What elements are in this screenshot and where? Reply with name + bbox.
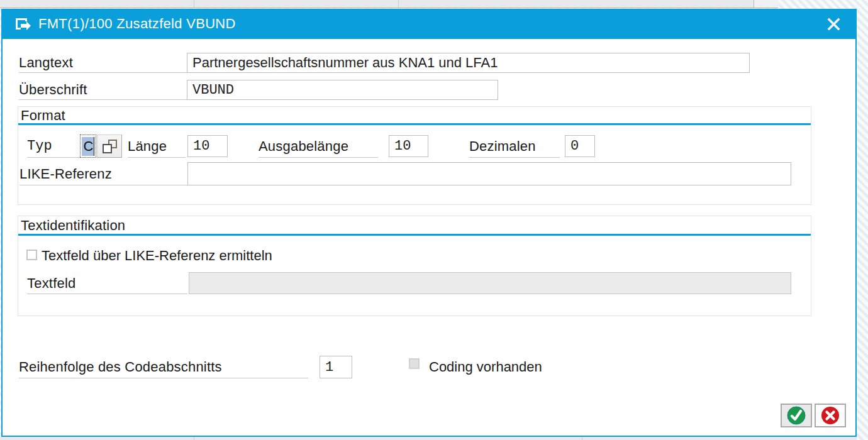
dialog-window-icon — [14, 16, 31, 31]
reihenfolge-label: Reihenfolge des Codeabschnitts — [19, 356, 308, 378]
like-referenz-label: LIKE-Referenz — [19, 162, 187, 185]
coding-vorhanden-checkbox — [409, 358, 420, 369]
dezimalen-input[interactable] — [565, 135, 595, 157]
green-check-icon — [787, 406, 806, 425]
dialog-title: FMT(1)/100 Zusatzfeld VBUND — [38, 16, 236, 32]
zusatzfeld-dialog: FMT(1)/100 Zusatzfeld VBUND Langtext Übe… — [1, 9, 857, 437]
langtext-label: Langtext — [19, 53, 187, 73]
red-cross-icon — [821, 406, 840, 425]
textfeld-like-checkbox-label: Textfeld über LIKE-Referenz ermitteln — [42, 248, 272, 264]
dialog-content: Langtext Überschrift Format Typ C Länge … — [3, 39, 855, 436]
divider — [194, 0, 194, 8]
close-button[interactable] — [824, 14, 843, 33]
coding-vorhanden-checkbox-label: Coding vorhanden — [429, 356, 542, 378]
format-groupbox: Format Typ C Länge Ausgabelänge Dezimale… — [18, 106, 811, 205]
ueberschrift-label: Überschrift — [19, 80, 187, 100]
close-icon — [827, 18, 840, 31]
overlapping-windows-icon — [103, 140, 117, 153]
divider — [398, 0, 399, 8]
background-cell — [754, 0, 778, 8]
typ-selected-text: C — [82, 137, 95, 156]
format-group-title: Format — [18, 107, 811, 125]
like-referenz-input[interactable] — [187, 162, 791, 185]
laenge-input[interactable] — [187, 135, 228, 157]
textfeld-input — [189, 272, 791, 294]
reihenfolge-input[interactable] — [320, 356, 352, 378]
typ-label: Typ — [27, 135, 80, 158]
background-bottom-strip — [0, 437, 857, 440]
ausgabelaenge-label: Ausgabelänge — [259, 135, 378, 158]
textfeld-label: Textfeld — [27, 272, 187, 294]
dezimalen-label: Dezimalen — [469, 135, 560, 158]
ueberschrift-input[interactable] — [187, 80, 498, 100]
textidentifikation-groupbox: Textidentifikation Textfeld über LIKE-Re… — [18, 216, 811, 316]
divider — [194, 437, 194, 440]
laenge-label: Länge — [128, 135, 186, 158]
cancel-button[interactable] — [815, 404, 846, 427]
divider — [582, 437, 582, 440]
textfeld-like-checkbox[interactable] — [26, 250, 37, 260]
dialog-titlebar[interactable]: FMT(1)/100 Zusatzfeld VBUND — [3, 9, 855, 39]
langtext-input[interactable] — [187, 53, 750, 73]
ausgabelaenge-input[interactable] — [389, 135, 428, 157]
typ-input[interactable]: C — [80, 135, 96, 158]
confirm-button[interactable] — [781, 404, 812, 427]
textidentifikation-group-title: Textidentifikation — [18, 216, 811, 236]
background-toolbar-strip — [0, 0, 778, 8]
typ-value-help-button[interactable] — [97, 135, 122, 158]
